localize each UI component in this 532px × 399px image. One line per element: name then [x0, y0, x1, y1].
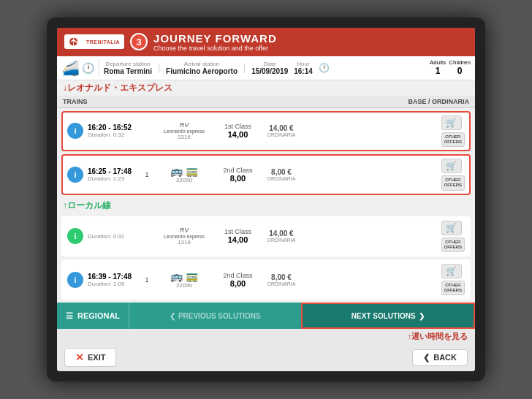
arrival-value: Fiumicino Aeroporto — [166, 67, 238, 75]
base-col-header: BASE / ORDINARIA — [336, 98, 469, 105]
price-amount-2: 8,00 € — [271, 168, 292, 176]
cart-button-3[interactable]: 🛒 — [441, 221, 462, 235]
journey-title: JOURNEY FORWARD — [153, 32, 468, 45]
column-headers: TRAINS BASE / ORDINARIA — [57, 96, 475, 108]
hour-value: 16:14 — [294, 67, 313, 75]
cart-button-2[interactable]: 🛒 — [441, 159, 462, 173]
class-info-2: 2nd Class 8,00 — [218, 167, 258, 183]
cart-button-4[interactable]: 🛒 — [441, 264, 462, 278]
price-box-2: 8,00 € ORDINARIA — [262, 168, 300, 181]
journey-row[interactable]: i Duration: 0:32 RV Leonardo express 131… — [61, 216, 471, 256]
price-sub-2: ORDINARIA — [267, 176, 296, 181]
train-icons-4: 🚌 🚃 — [170, 270, 198, 282]
other-offers-1[interactable]: OTHEROFFERS — [441, 132, 465, 147]
info-i-3: i — [74, 232, 76, 240]
info-icon-2[interactable]: i — [67, 167, 83, 183]
train-num-1: 3316 — [178, 134, 191, 140]
sep2: | — [243, 63, 246, 73]
time-value-2: 16:25 - 17:48 — [88, 167, 139, 175]
adults-label: Adults — [430, 59, 446, 66]
info-i-2: i — [74, 170, 76, 179]
info-icon-4[interactable]: i — [67, 272, 83, 288]
price-amount-1: 14,00 € — [269, 124, 293, 132]
logo-text: TRENITALIA — [86, 39, 120, 45]
class-info-3: 1st Class 14,00 — [218, 228, 258, 244]
duration-3: Duration: 0:32 — [88, 233, 139, 240]
arrival-field: Arrival station Fiumicino Aeroporto — [166, 61, 238, 75]
train-info-3: RV Leonardo express 1318 — [155, 227, 213, 246]
train-info-2: 🚌 🚃 22090 — [155, 165, 213, 183]
kiosk-screen: TRENITALIA 3 JOURNEY FORWARD Choose the … — [57, 28, 475, 372]
train-num-4: 22090 — [176, 282, 192, 289]
date-field: Date 15/09/2019 — [251, 61, 288, 75]
train-name-3: Leonardo express — [164, 234, 205, 239]
sep1: | — [158, 63, 160, 73]
bus-icon2: 🚌 — [170, 270, 183, 282]
header: TRENITALIA 3 JOURNEY FORWARD Choose the … — [57, 28, 475, 56]
children-box: Children 0 — [449, 59, 471, 76]
step-badge: 3 — [130, 33, 148, 50]
other-offers-4[interactable]: OTHEROFFERS — [441, 281, 465, 295]
info-icon-1[interactable]: i — [67, 123, 83, 139]
train-info-4: 🚌 🚃 22090 — [155, 270, 213, 289]
departure-field: Departure station Roma Termini — [104, 61, 152, 75]
cart-button-1[interactable]: 🛒 — [441, 115, 462, 130]
class-label-3: 1st Class — [218, 228, 258, 235]
class-label-4: 2nd Class — [218, 272, 258, 279]
departure-label: Departure station — [105, 61, 150, 67]
arrival-label: Arrival station — [184, 61, 219, 67]
class-label-2: 2nd Class — [218, 167, 258, 174]
back-button[interactable]: ❮ BACK — [412, 349, 468, 366]
train-info-1: RV Leonardo express 3316 — [155, 121, 213, 140]
duration-1: Duration: 0:32 — [88, 132, 139, 138]
price-sub-4: ORDINARIA — [267, 281, 296, 286]
row-time-4: 16:39 - 17:48 Duration: 1:09 — [88, 273, 139, 287]
price-amount-3: 14,00 € — [269, 229, 293, 238]
journey-row[interactable]: i 16:20 - 16:52 Duration: 0:32 RV Leonar… — [61, 111, 471, 151]
back-label: BACK — [433, 353, 457, 362]
class-info-1: 1st Class 14,00 — [218, 123, 258, 139]
info-icon-3[interactable]: i — [67, 228, 83, 244]
other-offers-2[interactable]: OTHEROFFERS — [441, 175, 465, 190]
exit-button[interactable]: ✕ EXIT — [64, 348, 116, 367]
right-arrow-icon: ❯ — [419, 312, 425, 320]
info-i-1: i — [74, 126, 76, 135]
price-sub-1: ORDINARIA — [267, 132, 296, 137]
back-arrow-icon: ❮ — [423, 353, 430, 362]
hour-label: Hour — [297, 61, 309, 67]
next-solutions-button[interactable]: NEXT SOLUTIONS ❯ — [301, 303, 475, 329]
train-icon: 🚄 — [61, 59, 80, 77]
journey-subtitle: Choose the travel solution and the offer — [153, 45, 468, 52]
regional-button[interactable]: ☰ REGIONAL — [57, 303, 129, 329]
trains-col-header: TRAINS — [63, 98, 329, 105]
next-solutions-label: NEXT SOLUTIONS — [352, 312, 416, 320]
class-info-4: 2nd Class 8,00 — [218, 272, 258, 288]
annotation-local: ↑ローカル線 — [57, 198, 475, 213]
train-icon-area: 🚄 🕐 — [61, 59, 99, 77]
bus-icon: 🚌 — [170, 165, 183, 177]
row-time-3: Duration: 0:32 — [88, 233, 139, 240]
adults-box: Adults 1 — [430, 59, 446, 76]
train-icon2: 🚃 — [186, 165, 198, 177]
time-value-4: 16:39 - 17:48 — [88, 273, 139, 281]
prev-solutions-button[interactable]: ❮ PREVIOUS SOLUTIONS — [129, 303, 300, 329]
annotation-leonardo: ↓レオナルド・エキスプレス — [57, 80, 475, 96]
journey-detail: Departure station Roma Termini | Arrival… — [104, 59, 471, 77]
clock-small-icon: 🕐 — [319, 63, 330, 73]
trenitalia-logo: TRENITALIA — [64, 34, 124, 49]
date-label: Date — [264, 61, 276, 67]
bottom-nav: ☰ REGIONAL ❮ PREVIOUS SOLUTIONS NEXT SOL… — [57, 303, 475, 329]
annotation-next-time: ↑遅い時間を見る — [408, 332, 468, 341]
other-offers-3[interactable]: OTHEROFFERS — [441, 238, 465, 252]
price-box-3: 14,00 € ORDINARIA — [262, 229, 300, 243]
journey-row[interactable]: i 16:25 - 17:48 Duration: 1:23 1 🚌 🚃 220… — [61, 154, 471, 194]
price-box-1: 14,00 € ORDINARIA — [262, 124, 300, 137]
left-arrow-icon: ❮ — [170, 312, 175, 320]
journey-row[interactable]: i 16:39 - 17:48 Duration: 1:09 1 🚌 🚃 220… — [61, 259, 471, 300]
row-buttons-4: 🛒 OTHEROFFERS — [441, 264, 465, 295]
children-value: 0 — [457, 66, 463, 76]
duration-4: Duration: 1:09 — [88, 281, 139, 287]
exit-icon: ✕ — [75, 352, 84, 363]
row-time-2: 16:25 - 17:48 Duration: 1:23 — [88, 167, 139, 182]
bottom-actions: ✕ EXIT ❮ BACK — [57, 343, 475, 371]
